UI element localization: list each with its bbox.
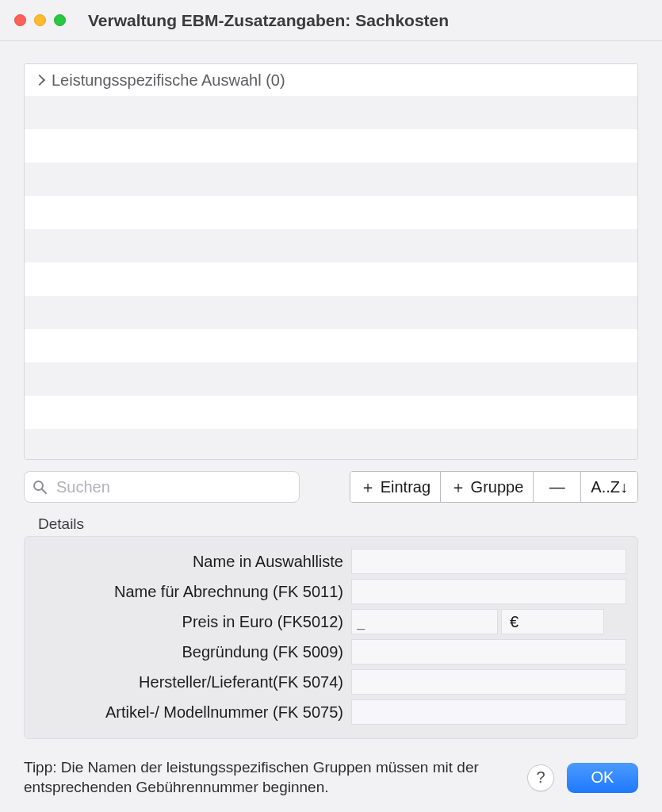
list-row[interactable] xyxy=(25,262,637,296)
ok-button[interactable]: OK xyxy=(567,763,638,793)
zoom-icon[interactable] xyxy=(54,14,66,26)
list-row[interactable] xyxy=(25,329,637,362)
list-row[interactable] xyxy=(25,96,637,129)
list-row[interactable] xyxy=(25,129,637,163)
titlebar: Verwaltung EBM-Zusatzangaben: Sachkosten xyxy=(0,0,662,41)
remove-button[interactable]: — xyxy=(534,472,581,502)
input-name-billing[interactable] xyxy=(351,579,626,604)
list-row[interactable] xyxy=(25,229,637,262)
list-row[interactable] xyxy=(25,196,637,229)
details-panel: Name in Auswahlliste Name für Abrechnung… xyxy=(24,536,638,739)
input-supplier[interactable] xyxy=(351,669,626,695)
sort-button[interactable]: A..Z↓ xyxy=(581,472,637,502)
help-button[interactable]: ? xyxy=(527,764,554,791)
search-input[interactable] xyxy=(24,471,300,503)
list-row[interactable] xyxy=(25,296,637,329)
chevron-right-icon xyxy=(34,75,45,86)
tip-text: Tipp: Die Namen der leistungsspezifische… xyxy=(24,758,515,797)
list-header-row[interactable]: Leistungsspezifische Auswahl (0) xyxy=(25,64,637,96)
label-price: Preis in Euro (FK5012) xyxy=(36,613,351,631)
label-model: Artikel-/ Modellnummer (FK 5075) xyxy=(36,703,351,722)
window-title: Verwaltung EBM-Zusatzangaben: Sachkosten xyxy=(88,11,449,30)
search-icon xyxy=(32,479,48,495)
label-supplier: Hersteller/Lieferant(FK 5074) xyxy=(36,673,351,691)
input-price[interactable] xyxy=(351,609,498,634)
add-entry-button[interactable]: ＋ Eintrag xyxy=(350,472,441,502)
minimize-icon[interactable] xyxy=(34,14,46,26)
list-row[interactable] xyxy=(25,396,637,429)
input-model[interactable] xyxy=(351,699,626,725)
label-name-list: Name in Auswahlliste xyxy=(36,553,351,571)
input-reason[interactable] xyxy=(351,639,626,665)
add-group-button[interactable]: ＋ Gruppe xyxy=(441,472,534,502)
list-body xyxy=(25,96,637,459)
window-controls xyxy=(14,14,66,26)
label-name-billing: Name für Abrechnung (FK 5011) xyxy=(36,583,351,601)
label-reason: Begründung (FK 5009) xyxy=(36,643,351,661)
list-header-label: Leistungsspezifische Auswahl (0) xyxy=(52,71,285,90)
svg-line-1 xyxy=(42,489,46,493)
price-suffix: € xyxy=(501,609,604,634)
list-row[interactable] xyxy=(25,429,637,460)
selection-list[interactable]: Leistungsspezifische Auswahl (0) xyxy=(24,63,638,460)
details-title: Details xyxy=(38,515,638,533)
list-row[interactable] xyxy=(25,362,637,396)
list-row[interactable] xyxy=(25,163,637,196)
input-name-list[interactable] xyxy=(351,549,626,574)
close-icon[interactable] xyxy=(14,14,26,26)
list-toolbar: ＋ Eintrag ＋ Gruppe — A..Z↓ xyxy=(350,471,638,503)
